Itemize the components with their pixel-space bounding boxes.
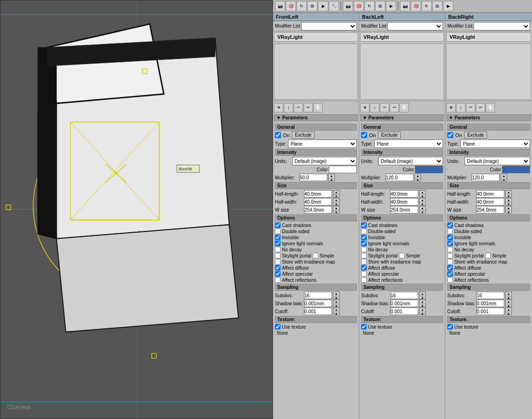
invisible-cb-2[interactable] [447, 235, 453, 240]
wsize-spinner-1[interactable]: ▲▼ [419, 206, 426, 213]
cutoff-spinner-1[interactable]: ▲▼ [419, 308, 426, 315]
units-select-1[interactable]: Default (image) [378, 157, 443, 165]
toolbar-icon-3[interactable]: ↻ [296, 1, 307, 11]
cutoff-input-2[interactable] [476, 308, 504, 315]
store-irradiance-cb-1[interactable] [361, 259, 367, 265]
on-checkbox-1[interactable] [361, 132, 367, 138]
bt-icon-1-2[interactable]: | [370, 103, 379, 112]
double-sided-cb-0[interactable] [275, 228, 281, 234]
no-decay-cb-1[interactable] [361, 247, 367, 252]
affect-diffuse-cb-2[interactable] [447, 265, 453, 271]
subdivs-input-0[interactable] [304, 292, 332, 299]
color-swatch-0[interactable] [329, 166, 357, 173]
ignore-normals-cb-1[interactable] [361, 241, 367, 246]
toolbar-icon-15[interactable]: ⊞ [432, 1, 443, 11]
modifier-select-2[interactable] [473, 22, 530, 30]
units-select-0[interactable]: Default (image) [292, 157, 357, 165]
ignore-normals-cb-2[interactable] [447, 241, 453, 246]
bt-icon-0-2[interactable]: | [284, 103, 293, 112]
texture-header-2[interactable]: Texture: [447, 316, 530, 323]
toolbar-icon-16[interactable]: ▶ [443, 1, 453, 11]
general-header-0[interactable]: General [275, 124, 357, 131]
sampling-header-1[interactable]: Sampling [361, 284, 443, 291]
half-length-input-0[interactable] [304, 190, 332, 198]
multiplier-input-2[interactable] [472, 174, 500, 181]
multiplier-input-1[interactable] [385, 174, 414, 181]
size-header-1[interactable]: Size [361, 182, 443, 189]
subdivs-spinner-0[interactable]: ▲▼ [333, 292, 340, 299]
bt-icon-2-2[interactable]: | [456, 103, 466, 112]
on-checkbox-0[interactable] [275, 132, 281, 138]
skylight-cb-2[interactable] [447, 253, 453, 258]
bt-icon-2-4[interactable]: ↩ [476, 103, 485, 112]
on-checkbox-2[interactable] [447, 132, 453, 138]
exclude-btn-1[interactable]: Exclude [378, 132, 401, 139]
skylight-cb-1[interactable] [361, 253, 367, 258]
bt-icon-2-5[interactable]: 📄 [486, 103, 495, 112]
type-select-0[interactable]: Plane [288, 140, 357, 148]
general-header-2[interactable]: General [447, 124, 530, 131]
type-select-2[interactable]: Plane [460, 140, 530, 148]
skylight-cb-0[interactable] [275, 253, 281, 258]
cutoff-spinner-0[interactable]: ▲▼ [333, 308, 340, 315]
ignore-normals-cb-0[interactable] [275, 241, 281, 246]
cutoff-input-0[interactable] [304, 308, 332, 315]
toolbar-icon-8[interactable]: 🎯 [354, 1, 364, 11]
bt-icon-1-3[interactable]: ✂ [380, 103, 389, 112]
store-irradiance-cb-2[interactable] [447, 259, 453, 265]
half-length-spinner-2[interactable]: ▲▼ [505, 190, 512, 198]
affect-diffuse-cb-1[interactable] [361, 265, 367, 271]
half-width-spinner-2[interactable]: ▲▼ [505, 198, 512, 206]
bt-icon-0-3[interactable]: ✂ [294, 103, 303, 112]
toolbar-icon-11[interactable]: ▶ [386, 1, 396, 11]
affect-specular-cb-1[interactable] [361, 271, 367, 277]
affect-reflections-cb-0[interactable] [275, 277, 281, 283]
cast-shadows-cb-2[interactable] [447, 222, 453, 228]
size-header-0[interactable]: Size [275, 182, 357, 189]
half-length-spinner-0[interactable]: ▲▼ [333, 190, 340, 198]
toolbar-icon-10[interactable]: ⊞ [375, 1, 385, 11]
multiplier-spinner-0[interactable]: ▲▼ [328, 174, 335, 181]
cast-shadows-cb-0[interactable] [275, 222, 281, 228]
use-texture-cb-1[interactable] [361, 324, 367, 330]
wsize-input-0[interactable] [304, 206, 332, 213]
use-texture-cb-0[interactable] [275, 324, 281, 330]
half-length-spinner-1[interactable]: ▲▼ [419, 190, 426, 198]
toolbar-icon-14[interactable]: ↻ [421, 1, 432, 11]
toolbar-icon-5[interactable]: ▶ [318, 1, 328, 11]
exclude-btn-0[interactable]: Exclude [292, 132, 315, 139]
double-sided-cb-2[interactable] [447, 228, 453, 234]
color-swatch-2[interactable] [502, 166, 530, 173]
sampling-header-0[interactable]: Sampling [275, 284, 357, 291]
toolbar-icon-4[interactable]: ⊞ [307, 1, 318, 11]
toolbar-icon-13[interactable]: 🎯 [411, 1, 421, 11]
params-header-2[interactable]: ▼ Parameters [446, 114, 531, 121]
half-length-input-1[interactable] [390, 190, 418, 198]
half-width-spinner-1[interactable]: ▲▼ [419, 198, 426, 206]
no-decay-cb-0[interactable] [275, 247, 281, 252]
subdivs-spinner-2[interactable]: ▲▼ [505, 292, 512, 299]
toolbar-icon-9[interactable]: ↻ [364, 1, 375, 11]
toolbar-icon-7[interactable]: 📷 [343, 1, 353, 11]
shadow-bias-input-0[interactable] [304, 300, 332, 307]
no-decay-cb-2[interactable] [447, 247, 453, 252]
toolbar-icon-6[interactable]: 🔧 [329, 1, 339, 11]
sampling-header-2[interactable]: Sampling [447, 284, 530, 291]
bt-icon-2-3[interactable]: ✂ [466, 103, 475, 112]
cast-shadows-cb-1[interactable] [361, 222, 367, 228]
shadow-bias-spinner-0[interactable]: ▲▼ [333, 300, 340, 307]
bt-icon-1-4[interactable]: ↩ [390, 103, 399, 112]
bt-icon-0-4[interactable]: ↩ [303, 103, 313, 112]
options-header-2[interactable]: Options [447, 214, 530, 221]
subdivs-input-1[interactable] [390, 292, 418, 299]
multiplier-spinner-2[interactable]: ▲▼ [501, 174, 507, 181]
left-viewport[interactable]: Box08 CGArena [0, 0, 273, 419]
type-select-1[interactable]: Plane [374, 140, 443, 148]
wsize-input-2[interactable] [476, 206, 504, 213]
color-swatch-1[interactable] [415, 166, 443, 173]
size-header-2[interactable]: Size [447, 182, 530, 189]
toolbar-icon-1[interactable]: 📷 [275, 1, 285, 11]
half-length-input-2[interactable] [476, 190, 504, 198]
intensity-header-2[interactable]: Intensity [447, 149, 530, 156]
params-header-1[interactable]: ▼ Parameters [360, 114, 444, 121]
